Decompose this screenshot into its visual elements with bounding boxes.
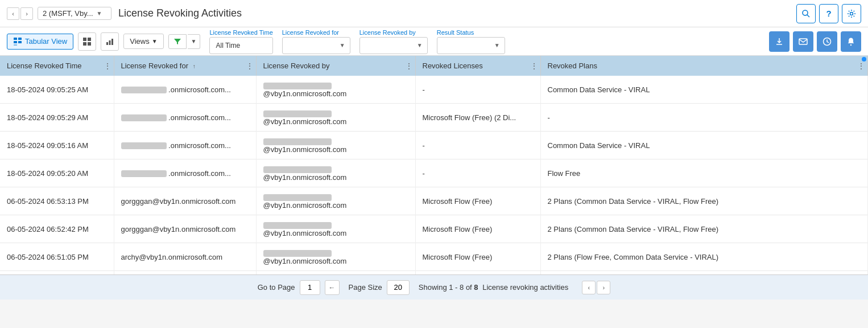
footer-next-button[interactable]: › [597,281,610,294]
svg-point-2 [850,12,853,15]
col-indicator [862,57,866,62]
blurred-by [263,166,332,173]
cell-licenses: - [415,132,540,159]
filter-button[interactable] [168,34,187,49]
filter-group: ▼ [168,34,201,49]
svg-rect-8 [83,38,86,41]
svg-line-1 [807,15,809,17]
revoked-by-arrow: ▼ [417,42,423,48]
footer-nav-arrows: ‹ › [582,281,610,294]
table-body: 18-05-2024 09:05:25 AM .onmicrosoft.com.… [0,76,868,274]
chart-icon-button[interactable] [101,32,119,51]
views-label: Views [130,37,149,46]
nav-back-button[interactable]: ‹ [7,7,19,20]
page-arrow-button[interactable]: ← [325,280,340,295]
cell-plans: Common Data Service - VIRAL [540,132,868,159]
view-icon-button-1[interactable] [78,32,96,51]
svg-rect-12 [106,42,108,45]
cell-plans: - [540,104,868,132]
col-menu-plans[interactable]: ⋮ [857,62,865,71]
filter-dropdown-button[interactable]: ▼ [188,34,201,49]
page-size-nav: Page Size [349,280,410,295]
license-revoked-time-selector[interactable]: All Time [209,37,272,54]
cell-by: @vby1n.onmicrosoft.com [256,215,415,243]
cell-licenses: - [415,159,540,187]
cell-licenses: - [415,76,540,104]
breadcrumb-chevron: ▼ [97,10,102,17]
showing-text-container: Showing 1 - 8 of 8 License revoking acti… [419,283,568,292]
right-action-icons [769,31,861,52]
blurred-for [121,87,167,93]
cell-by: @vby1n.onmicrosoft.com [256,187,415,215]
col-menu-time[interactable]: ⋮ [104,62,111,71]
schedule-button[interactable] [817,31,837,52]
filter-icon [173,38,181,46]
cell-by: @vby1n.onmicrosoft.com [256,243,415,271]
email-icon [799,37,808,46]
cell-by: @vby1n.onmicrosoft.com [256,132,415,159]
col-menu-for[interactable]: ⋮ [246,62,254,71]
tabular-view-button[interactable]: Tabular View [7,34,73,50]
svg-point-17 [850,44,852,45]
blurred-by [263,83,332,89]
blurred-by [263,194,332,201]
col-sort-for[interactable]: ↑ [193,63,196,69]
toolbar: Tabular View Views ▼ ▼ License Revoked T… [0,27,868,56]
views-dropdown: Views ▼ [123,34,163,49]
nav-forward-button[interactable]: › [20,7,33,20]
email-button[interactable] [793,31,813,52]
blurred-by [263,110,332,117]
svg-rect-9 [88,38,91,41]
views-button[interactable]: Views ▼ [123,34,163,49]
bell-icon [846,37,855,46]
blurred-for [121,170,167,177]
cell-by: @vby1n.onmicrosoft.com [256,104,415,132]
help-icon-button[interactable]: ? [819,4,838,23]
page-input[interactable] [300,280,320,295]
result-status-selector[interactable]: ▼ [437,37,505,54]
license-revoked-by-selector[interactable]: ▼ [359,37,428,54]
svg-rect-15 [799,39,807,44]
result-status-arrow: ▼ [494,42,500,48]
col-menu-by[interactable]: ⋮ [405,62,413,71]
col-menu-licenses[interactable]: ⋮ [530,62,538,71]
col-header-for: License Revoked for ↑ ⋮ [114,56,256,76]
go-to-page-label: Go to Page [258,283,295,292]
alert-button[interactable] [841,31,861,52]
breadcrumb-selector[interactable]: 2 (MSFT, Vby... ▼ [38,7,111,20]
license-revoked-for-selector[interactable]: ▼ [282,37,350,54]
footer: Go to Page ← Page Size Showing 1 - 8 of … [0,274,868,300]
cell-time: 18-05-2024 09:05:29 AM [0,104,114,132]
license-revoked-time-filter: License Revoked Time All Time [209,29,272,54]
download-button[interactable] [769,31,790,52]
help-icon: ? [826,9,831,18]
blurred-by [263,138,332,145]
table-row: 06-05-2024 06:51:05 PMarchy@vby1n.onmicr… [0,243,868,271]
svg-rect-13 [109,40,111,45]
cell-licenses: Microsoft Flow (Free) [415,215,540,243]
cell-time: 18-05-2024 09:05:20 AM [0,159,114,187]
blurred-by [263,222,332,229]
breadcrumb-text: 2 (MSFT, Vby... [43,9,93,18]
license-revoked-for-filter: License Revoked for ▼ [282,29,350,54]
blurred-for [121,142,167,149]
footer-prev-button[interactable]: ‹ [582,281,596,294]
cell-time: 18-05-2024 09:05:16 AM [0,132,114,159]
page-title: License Revoking Activities [118,7,242,19]
license-revoked-by-filter: License Revoked by ▼ [359,29,428,54]
result-status-label: Result Status [437,29,505,36]
table-row: 18-05-2024 09:05:16 AM .onmicrosoft.com.… [0,132,868,159]
cell-plans: 2 Plans (Flow Free, Common Data Service … [540,243,868,271]
settings-icon-button[interactable] [842,4,861,23]
table-row: 18-05-2024 09:05:29 AM .onmicrosoft.com.… [0,104,868,132]
cell-time: 06-05-2024 06:53:13 PM [0,187,114,215]
license-revoked-time-label: License Revoked Time [209,29,272,36]
cell-plans: Common Data Service - VIRAL [540,76,868,104]
svg-rect-4 [18,38,22,40]
cell-for: .onmicrosoft.com... [114,159,256,187]
search-icon-button[interactable] [796,4,816,23]
page-size-input[interactable] [387,280,410,295]
svg-rect-6 [18,41,22,43]
page-navigation: Go to Page ← [258,280,340,295]
cell-plans: 2 Plans (Common Data Service - VIRAL, Fl… [540,187,868,215]
